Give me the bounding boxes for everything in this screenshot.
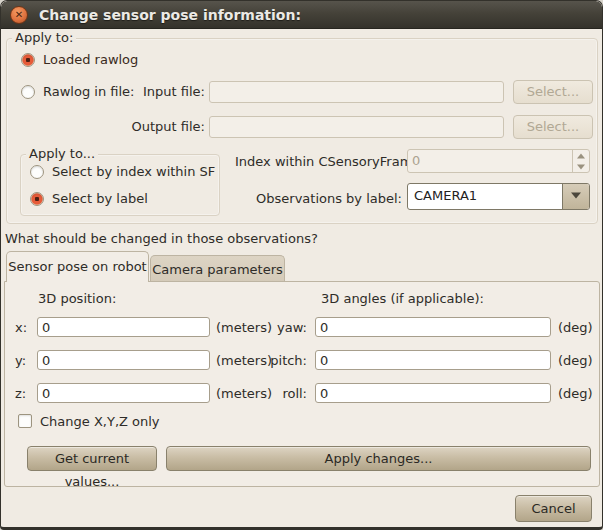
roll-unit-label: (deg) <box>558 386 593 401</box>
z-field[interactable] <box>37 383 210 403</box>
yaw-field[interactable] <box>315 317 551 337</box>
z-unit-label: (meters) <box>216 386 272 401</box>
position-header: 3D position: <box>38 291 116 306</box>
x-label: x: <box>15 320 27 335</box>
output-file-label: Output file: <box>117 119 205 134</box>
z-label: z: <box>15 386 26 401</box>
pitch-label: pitch: <box>265 353 307 368</box>
question-label: What should be changed in those observat… <box>5 231 318 246</box>
input-file-label: Input file: <box>127 84 205 99</box>
pitch-unit-label: (deg) <box>558 353 593 368</box>
tab-sensor-pose[interactable]: Sensor pose on robot <box>6 251 149 282</box>
x-unit-label: (meters) <box>216 320 272 335</box>
angles-header: 3D angles (if applicable): <box>321 291 484 306</box>
yaw-unit-label: (deg) <box>558 320 593 335</box>
rawlog-in-file-label[interactable]: Rawlog in file: <box>43 84 134 99</box>
roll-field[interactable] <box>315 383 551 403</box>
apply-changes-button[interactable]: Apply changes... <box>166 446 591 471</box>
get-current-values-button[interactable]: Get current values... <box>27 446 157 471</box>
select-by-index-label[interactable]: Select by index within SF <box>52 164 215 179</box>
change-xyz-label[interactable]: Change X,Y,Z only <box>40 414 160 429</box>
close-button[interactable]: ✕ <box>10 6 28 24</box>
apply-to-frame-label: Apply to: <box>12 30 76 45</box>
select-by-index-radio[interactable] <box>30 165 44 179</box>
pitch-field[interactable] <box>315 350 551 370</box>
rawlog-in-file-radio[interactable] <box>21 85 35 99</box>
spin-up-icon[interactable] <box>573 150 589 161</box>
change-xyz-checkbox[interactable] <box>18 414 32 428</box>
select-by-label-radio[interactable] <box>30 192 44 206</box>
sensor-pose-panel: 3D position: 3D angles (if applicable): … <box>4 281 600 487</box>
loaded-rawlog-radio[interactable] <box>21 53 35 67</box>
index-within-sf-spinner[interactable]: 0 <box>407 149 590 173</box>
y-unit-label: (meters) <box>216 353 272 368</box>
x-field[interactable] <box>37 317 210 337</box>
tab-camera-parameters[interactable]: Camera parameters <box>150 255 285 283</box>
cancel-button[interactable]: Cancel <box>515 495 592 522</box>
selection-mode-frame-label: Apply to... <box>26 146 98 161</box>
loaded-rawlog-label[interactable]: Loaded rawlog <box>43 52 138 67</box>
index-within-sf-value: 0 <box>412 153 420 168</box>
combobox-dropdown-button[interactable] <box>562 184 589 209</box>
observations-by-label-label: Observations by label: <box>235 191 402 206</box>
yaw-label: yaw: <box>265 320 307 335</box>
output-file-select-button[interactable]: Select... <box>513 115 593 139</box>
observations-by-label-value: CAMERA1 <box>414 188 477 203</box>
y-field[interactable] <box>37 350 210 370</box>
input-file-field[interactable] <box>209 81 504 103</box>
select-by-label-label[interactable]: Select by label <box>52 191 148 206</box>
apply-to-frame: Apply to: Loaded rawlog Rawlog in file: … <box>6 38 598 224</box>
output-file-field[interactable] <box>209 116 504 138</box>
y-label: y: <box>15 353 26 368</box>
input-file-select-button[interactable]: Select... <box>513 80 593 104</box>
window-title: Change sensor pose information: <box>39 1 301 29</box>
index-within-sf-label: Index within CSensoryFrame <box>235 154 420 169</box>
observations-by-label-combobox[interactable]: CAMERA1 <box>407 183 590 210</box>
selection-mode-frame: Apply to... Select by index within SF Se… <box>20 154 220 216</box>
roll-label: roll: <box>265 386 307 401</box>
dialog-window: ✕ Change sensor pose information: Apply … <box>0 0 603 530</box>
titlebar[interactable]: ✕ Change sensor pose information: <box>1 1 602 29</box>
spin-down-icon[interactable] <box>573 161 589 172</box>
spinner-buttons[interactable] <box>572 150 589 172</box>
